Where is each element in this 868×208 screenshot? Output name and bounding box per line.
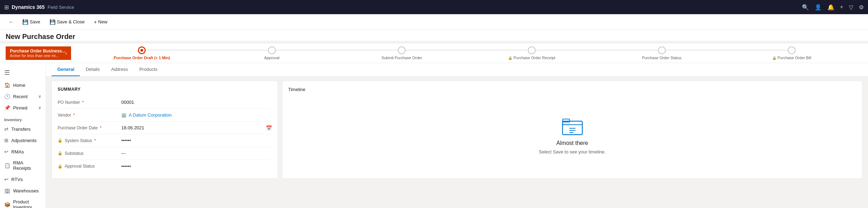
recent-icon: 🕐: [4, 94, 10, 99]
sidebar-item-rmas[interactable]: ↩ RMAs: [0, 146, 46, 157]
inventory-section-label: Inventory: [0, 113, 46, 123]
notification-icon[interactable]: 🔔: [827, 4, 834, 11]
timeline-folder-icon: [562, 116, 583, 137]
tab-address[interactable]: Address: [105, 63, 134, 76]
command-bar: ← 💾 Save 💾 Save & Close + New: [0, 14, 868, 30]
save-label: Save: [30, 19, 40, 24]
label-substatus: 🔒 Substatus: [58, 151, 121, 156]
save-close-button[interactable]: 💾 Save & Close: [46, 17, 89, 27]
main-content: General Details Address Products SUMMARY…: [46, 63, 868, 208]
stage-circle-submit: [398, 46, 406, 54]
stage-step-receipt[interactable]: 🔒 Purchase Order Receipt: [467, 46, 597, 60]
label-po-number-text: PO Number: [58, 100, 80, 105]
page-title: New Purchase Order: [6, 33, 862, 41]
save-button[interactable]: 💾 Save: [18, 17, 44, 27]
top-navigation: ⊞ Dynamics 365 Field Service 🔍 👤 🔔 + ▽ ⚙: [0, 0, 868, 14]
stage-bar: Purchase Order Business... Active for le…: [0, 44, 868, 63]
form-area: SUMMARY PO Number * 00001 Vendor *: [46, 77, 868, 183]
field-approval-status: 🔒 Approval Status ••••••: [58, 160, 272, 173]
rmas-icon: ↩: [4, 149, 8, 154]
hamburger-icon[interactable]: ☰: [0, 66, 46, 79]
sidebar-item-home[interactable]: 🏠 Home: [0, 79, 46, 91]
sidebar-item-rtvs[interactable]: ↩ RTVs: [0, 174, 46, 185]
search-icon[interactable]: 🔍: [802, 4, 809, 11]
stage-step-approval[interactable]: Approval: [207, 46, 337, 60]
save-close-icon: 💾: [49, 19, 56, 25]
value-approval-status: ••••••: [121, 164, 272, 169]
stage-active-content: Purchase Order Business... Active for le…: [10, 49, 65, 58]
stage-label-submit: Submit Purchase Order: [381, 56, 422, 60]
filter-icon[interactable]: ▽: [849, 4, 853, 11]
sidebar-pinned-label: Pinned: [13, 105, 27, 111]
label-vendor-text: Vendor: [58, 113, 71, 118]
timeline-title: Timeline: [288, 87, 856, 92]
product-inventory-icon: 📦: [4, 202, 10, 207]
sidebar-item-warehouses[interactable]: 🏢 Warehouses: [0, 185, 46, 196]
sidebar-item-adjustments[interactable]: ⊞ Adjustments: [0, 135, 46, 146]
back-button[interactable]: ←: [6, 17, 17, 27]
stage-label-bill-text: Purchase Order Bill: [777, 56, 811, 60]
stage-step-bill[interactable]: 🔒 Purchase Order Bill: [727, 46, 857, 60]
save-close-label: Save & Close: [57, 19, 85, 24]
label-approval-status-text: Approval Status: [65, 164, 95, 169]
field-system-status: 🔒 System Status * ••••••: [58, 134, 272, 147]
user-icon[interactable]: 👤: [815, 4, 822, 11]
waffle-icon[interactable]: ⊞: [4, 4, 9, 11]
required-vendor: *: [73, 113, 75, 118]
value-po-number[interactable]: 00001: [121, 100, 272, 105]
rtvs-icon: ↩: [4, 176, 8, 182]
value-po-date[interactable]: 18.06.2021 📅: [121, 125, 272, 131]
rma-receipts-icon: 📋: [4, 163, 10, 168]
warehouses-icon: 🏢: [4, 188, 10, 193]
stage-circle-status: [658, 46, 666, 54]
add-icon[interactable]: +: [840, 4, 843, 10]
label-po-number: PO Number *: [58, 100, 121, 105]
settings-icon[interactable]: ⚙: [859, 4, 864, 11]
stage-step-draft[interactable]: Purchase Order Draft (< 1 Min): [77, 46, 207, 60]
summary-panel: SUMMARY PO Number * 00001 Vendor *: [52, 81, 278, 179]
save-icon: 💾: [22, 19, 28, 25]
value-vendor[interactable]: 🏢 A Datum Corporation: [121, 112, 272, 118]
stage-active-block[interactable]: Purchase Order Business... Active for le…: [6, 46, 71, 60]
label-po-date-text: Purchase Order Date: [58, 125, 98, 130]
lock-icon-substatus: 🔒: [58, 151, 63, 156]
sidebar-item-rma-receipts[interactable]: 📋 RMA Receipts: [0, 157, 46, 174]
summary-title: SUMMARY: [58, 87, 272, 92]
tab-details[interactable]: Details: [80, 63, 105, 76]
home-icon: 🏠: [4, 82, 10, 88]
calendar-icon[interactable]: 📅: [266, 125, 272, 131]
stage-pipeline: Purchase Order Draft (< 1 Min) Approval …: [71, 44, 862, 63]
sidebar-item-transfers[interactable]: ⇄ Transfers: [0, 123, 46, 135]
new-icon: +: [94, 19, 97, 25]
top-nav-right: 🔍 👤 🔔 + ▽ ⚙: [802, 4, 864, 11]
sidebar-rtvs-label: RTVs: [11, 177, 23, 182]
stage-label-draft: Purchase Order Draft (< 1 Min): [114, 56, 170, 60]
stage-circle-approval: [268, 46, 276, 54]
stage-circle-bill: [788, 46, 796, 54]
sidebar-item-pinned[interactable]: 📌 Pinned ∨: [0, 102, 46, 113]
timeline-empty-title: Almost there: [557, 140, 588, 146]
recent-expand-icon: ∨: [38, 94, 41, 99]
label-vendor: Vendor *: [58, 113, 121, 118]
brand-name: Dynamics 365: [12, 4, 45, 10]
sidebar-item-product-inventory[interactable]: 📦 Product Inventory: [0, 196, 46, 208]
stage-step-submit[interactable]: Submit Purchase Order: [337, 46, 467, 60]
timeline-empty-sub: Select Save to see your timeline.: [539, 149, 606, 154]
stage-circle-draft: [138, 46, 146, 54]
required-po-date: *: [100, 125, 101, 130]
new-button[interactable]: + New: [90, 17, 111, 27]
field-po-number: PO Number * 00001: [58, 96, 272, 109]
vendor-name[interactable]: A Datum Corporation: [129, 112, 171, 118]
tab-products[interactable]: Products: [134, 63, 163, 76]
value-substatus: ---: [121, 151, 272, 156]
required-system-status: *: [94, 138, 96, 143]
label-system-status: 🔒 System Status *: [58, 138, 121, 143]
sidebar-item-recent[interactable]: 🕐 Recent ∨: [0, 91, 46, 102]
stage-active-sub: Active for less than one mi...: [10, 54, 65, 58]
stage-step-status[interactable]: Purchase Order Status: [597, 46, 727, 60]
pinned-icon: 📌: [4, 105, 10, 111]
lock-icon-receipt: 🔒: [508, 56, 512, 60]
sidebar: ☰ 🏠 Home 🕐 Recent ∨ 📌 Pinned ∨ Inventory…: [0, 63, 46, 208]
timeline-empty-state: Almost there Select Save to see your tim…: [288, 98, 856, 173]
tab-general[interactable]: General: [52, 63, 80, 76]
